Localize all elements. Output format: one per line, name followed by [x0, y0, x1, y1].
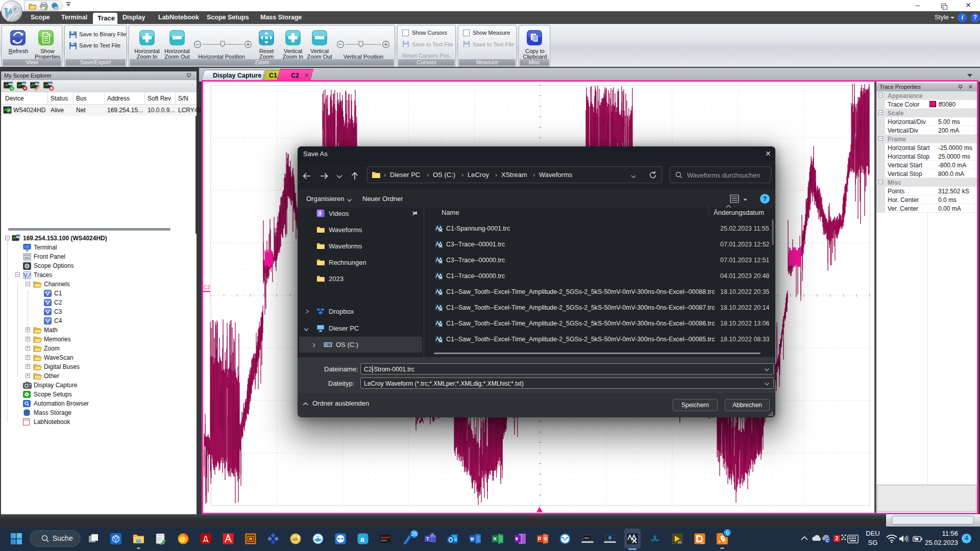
svg-text:20: 20: [678, 541, 681, 544]
svg-text:project: project: [381, 536, 390, 539]
svg-text:a: a: [360, 535, 364, 543]
svg-text:MAUI: MAUI: [584, 537, 590, 539]
svg-text:C2: C2: [204, 285, 210, 290]
svg-text:online: online: [381, 539, 387, 542]
svg-text:sh: sh: [292, 537, 298, 542]
svg-text:T: T: [426, 536, 429, 541]
svg-text:21: 21: [700, 541, 704, 544]
